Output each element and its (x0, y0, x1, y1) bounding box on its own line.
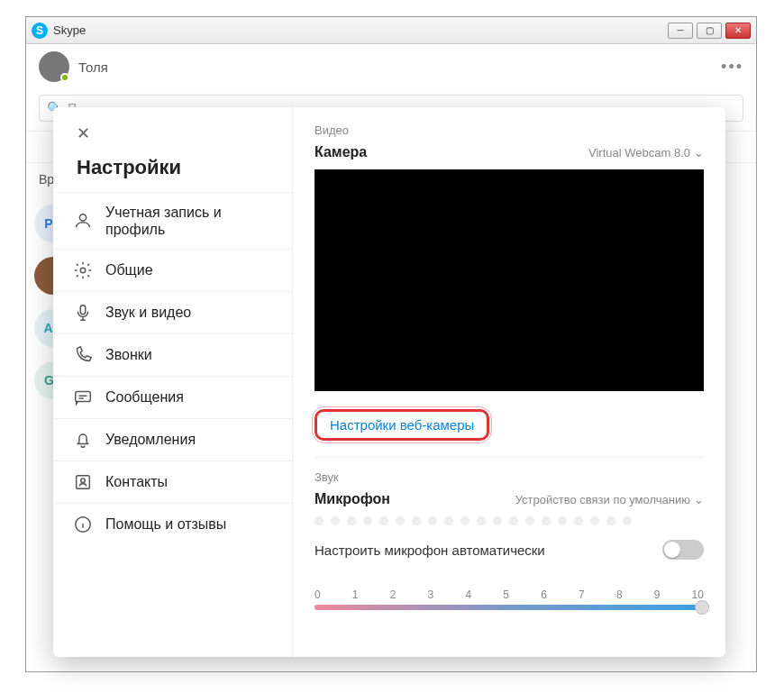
presence-dot-icon (60, 73, 69, 82)
slider-thumb[interactable] (695, 600, 709, 615)
auto-mic-label: Настроить микрофон автоматически (315, 543, 545, 558)
profile-name[interactable]: Толя (78, 59, 721, 75)
mic-selector[interactable]: Устройство связи по умолчанию ⌄ (515, 493, 704, 506)
nav-item-notifications[interactable]: Уведомления (53, 418, 292, 460)
settings-heading: Настройки (53, 150, 292, 192)
chevron-down-icon: ⌄ (694, 493, 704, 506)
audio-section-label: Звук (315, 470, 704, 484)
message-icon (73, 388, 93, 407)
slider-ticks: 012345678910 (315, 588, 704, 601)
mic-volume-slider[interactable]: 012345678910 (315, 572, 704, 610)
maximize-button[interactable]: ▢ (697, 23, 722, 39)
self-avatar[interactable] (39, 51, 69, 82)
nav-item-messages[interactable]: Сообщения (53, 376, 292, 418)
camera-selector[interactable]: Virtual Webcam 8.0 ⌄ (588, 146, 704, 160)
camera-label: Камера (315, 144, 367, 160)
nav-item-general[interactable]: Общие (53, 249, 292, 291)
microphone-icon (73, 303, 93, 323)
nav-item-contacts[interactable]: Контакты (53, 460, 292, 503)
nav-label: Общие (105, 262, 153, 278)
auto-mic-toggle[interactable] (662, 540, 704, 560)
settings-content: Видео Камера Virtual Webcam 8.0 ⌄ Настро… (293, 107, 725, 657)
nav-item-account[interactable]: Учетная запись и профиль (53, 192, 292, 249)
gear-icon (73, 260, 93, 280)
titlebar: S Skype ─ ▢ ✕ (26, 17, 756, 44)
more-menu-button[interactable]: ••• (721, 58, 743, 77)
mic-label: Микрофон (315, 491, 390, 507)
camera-preview (315, 169, 704, 391)
mic-level-meter (315, 516, 704, 525)
contacts-icon (73, 472, 93, 492)
settings-modal: ✕ Настройки Учетная запись и профиль Общ… (53, 107, 725, 657)
window-title: Skype (53, 23, 668, 37)
nav-label: Звук и видео (105, 305, 191, 321)
phone-icon (73, 345, 93, 365)
nav-item-help[interactable]: Помощь и отзывы (53, 503, 292, 545)
mic-value: Устройство связи по умолчанию (515, 493, 690, 506)
person-icon (73, 211, 93, 231)
info-icon (73, 515, 93, 534)
nav-label: Учетная запись и профиль (105, 204, 272, 238)
nav-item-calls[interactable]: Звонки (53, 333, 292, 376)
video-section-label: Видео (315, 123, 704, 137)
svg-point-0 (79, 214, 86, 221)
nav-label: Контакты (105, 474, 168, 490)
webcam-settings-link[interactable]: Настройки веб-камеры (315, 409, 489, 441)
svg-point-1 (80, 269, 86, 274)
nav-label: Звонки (105, 347, 152, 363)
bell-icon (73, 430, 93, 450)
nav-label: Уведомления (105, 432, 196, 448)
close-window-button[interactable]: ✕ (725, 23, 751, 39)
svg-point-5 (81, 479, 86, 483)
close-settings-button[interactable]: ✕ (53, 123, 292, 150)
nav-item-audio-video[interactable]: Звук и видео (53, 291, 292, 333)
nav-label: Помощь и отзывы (105, 516, 226, 533)
svg-rect-2 (80, 305, 86, 315)
app-window: S Skype ─ ▢ ✕ Толя ••• 🔍 П Чаты Время PB… (25, 16, 757, 672)
skype-icon: S (32, 23, 48, 39)
profile-header: Толя ••• (26, 44, 756, 89)
camera-value: Virtual Webcam 8.0 (588, 146, 690, 160)
minimize-button[interactable]: ─ (668, 23, 693, 39)
svg-rect-3 (76, 392, 91, 402)
settings-nav: ✕ Настройки Учетная запись и профиль Общ… (53, 107, 293, 657)
chevron-down-icon: ⌄ (694, 146, 704, 160)
nav-label: Сообщения (105, 389, 184, 406)
